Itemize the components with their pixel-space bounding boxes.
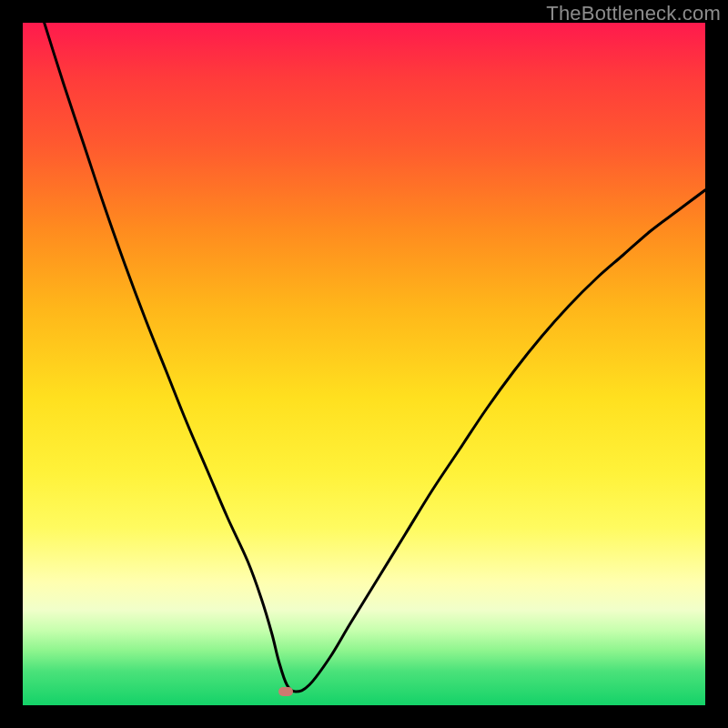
chart-frame: TheBottleneck.com — [0, 0, 728, 728]
optimal-point-marker — [278, 687, 293, 696]
plot-area — [23, 23, 705, 705]
bottleneck-curve — [23, 23, 705, 705]
